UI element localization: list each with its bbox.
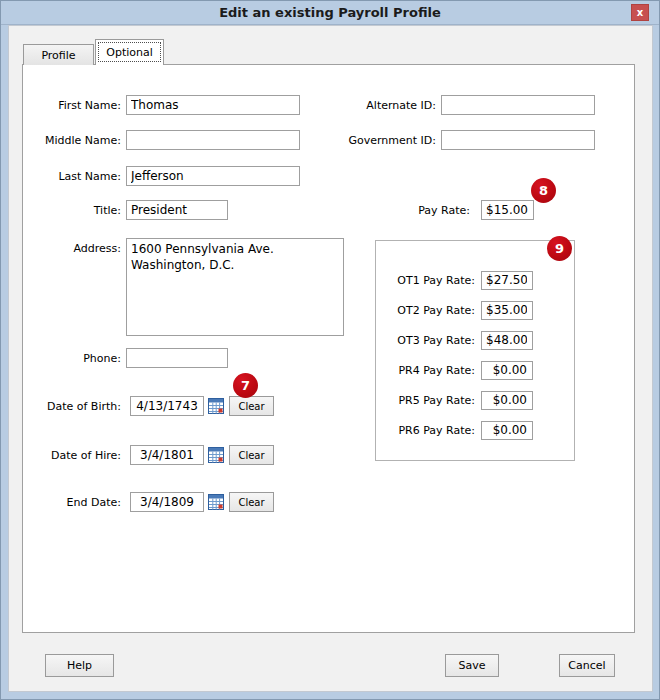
middle-name-label: Middle Name: — [23, 134, 126, 147]
cancel-button[interactable]: Cancel — [559, 654, 615, 677]
pay-rate-row: Pay Rate: — [351, 200, 534, 220]
ot2-pay-rate-row: OT2 Pay Rate: — [353, 300, 533, 320]
optional-tab-panel: First Name: Middle Name: Last Name: Titl… — [22, 64, 635, 633]
alternate-id-input[interactable] — [441, 95, 595, 115]
last-name-row: Last Name: — [23, 166, 300, 186]
ot1-pay-rate-label: OT1 Pay Rate: — [353, 274, 481, 287]
middle-name-input[interactable] — [126, 130, 300, 150]
pr5-pay-rate-label: PR5 Pay Rate: — [353, 394, 481, 407]
pay-rate-input[interactable] — [481, 200, 534, 220]
phone-row: Phone: — [23, 348, 228, 368]
phone-input[interactable] — [126, 348, 228, 368]
ot3-pay-rate-row: OT3 Pay Rate: — [353, 330, 533, 350]
pay-rate-label: Pay Rate: — [351, 204, 481, 217]
ot3-pay-rate-input[interactable] — [481, 331, 533, 350]
middle-name-row: Middle Name: — [23, 130, 300, 150]
last-name-label: Last Name: — [23, 170, 126, 183]
pr4-pay-rate-row: PR4 Pay Rate: — [353, 360, 533, 380]
save-button[interactable]: Save — [445, 654, 499, 677]
date-of-birth-label: Date of Birth: — [23, 400, 126, 413]
annotation-badge-7: 7 — [233, 373, 258, 398]
end-date-label: End Date: — [23, 496, 126, 509]
date-of-hire-row: Date of Hire: Clear — [23, 445, 274, 465]
title-label: Title: — [23, 204, 126, 217]
calendar-icon — [208, 494, 224, 510]
first-name-label: First Name: — [23, 99, 126, 112]
date-of-birth-clear-button[interactable]: Clear — [229, 396, 274, 416]
annotation-badge-8: 8 — [531, 178, 556, 203]
pr6-pay-rate-row: PR6 Pay Rate: — [353, 420, 533, 440]
government-id-label: Government ID: — [291, 134, 441, 147]
pr6-pay-rate-label: PR6 Pay Rate: — [353, 424, 481, 437]
end-date-clear-button[interactable]: Clear — [229, 492, 274, 512]
date-of-hire-calendar-button[interactable] — [208, 447, 224, 463]
title-row: Title: — [23, 200, 228, 220]
government-id-row: Government ID: — [291, 130, 595, 150]
ot3-pay-rate-label: OT3 Pay Rate: — [353, 334, 481, 347]
date-of-birth-calendar-button[interactable] — [208, 398, 224, 414]
end-date-calendar-button[interactable] — [208, 494, 224, 510]
tab-profile-label: Profile — [41, 49, 75, 62]
calendar-icon — [208, 447, 224, 463]
payroll-profile-dialog: Edit an existing Payroll Profile x Profi… — [0, 0, 660, 700]
pr5-pay-rate-row: PR5 Pay Rate: — [353, 390, 533, 410]
dialog-title: Edit an existing Payroll Profile — [1, 1, 659, 25]
government-id-input[interactable] — [441, 130, 595, 150]
end-date-input[interactable] — [130, 492, 204, 512]
calendar-icon — [208, 398, 224, 414]
title-input[interactable] — [126, 200, 228, 220]
address-row: Address: 1600 Pennsylvania Ave. Washingt… — [23, 238, 344, 336]
pr6-pay-rate-input[interactable] — [481, 421, 533, 440]
pr5-pay-rate-input[interactable] — [481, 391, 533, 410]
ot1-pay-rate-input[interactable] — [481, 271, 533, 290]
pr4-pay-rate-label: PR4 Pay Rate: — [353, 364, 481, 377]
tab-profile[interactable]: Profile — [23, 44, 94, 65]
address-label: Address: — [23, 238, 126, 255]
help-button[interactable]: Help — [45, 654, 114, 677]
alternate-id-row: Alternate ID: — [291, 95, 595, 115]
date-of-birth-input[interactable] — [130, 396, 204, 416]
dialog-body: Profile Optional First Name: Middle Name… — [8, 25, 653, 692]
close-icon[interactable]: x — [631, 4, 649, 21]
alternate-id-label: Alternate ID: — [291, 99, 441, 112]
end-date-row: End Date: Clear — [23, 492, 274, 512]
date-of-hire-clear-button[interactable]: Clear — [229, 445, 274, 465]
phone-label: Phone: — [23, 352, 126, 365]
pr4-pay-rate-input[interactable] — [481, 361, 533, 380]
annotation-badge-9: 9 — [547, 236, 572, 261]
date-of-birth-row: Date of Birth: Clear — [23, 396, 274, 416]
first-name-row: First Name: — [23, 95, 300, 115]
first-name-input[interactable] — [126, 95, 300, 115]
ot1-pay-rate-row: OT1 Pay Rate: — [353, 270, 533, 290]
tab-optional[interactable]: Optional — [95, 39, 164, 65]
ot2-pay-rate-label: OT2 Pay Rate: — [353, 304, 481, 317]
titlebar: Edit an existing Payroll Profile x — [1, 1, 659, 25]
last-name-input[interactable] — [126, 166, 300, 186]
ot2-pay-rate-input[interactable] — [481, 301, 533, 320]
tab-optional-label: Optional — [106, 46, 153, 59]
address-input[interactable]: 1600 Pennsylvania Ave. Washington, D.C. — [126, 238, 344, 336]
date-of-hire-input[interactable] — [130, 445, 204, 465]
date-of-hire-label: Date of Hire: — [23, 449, 126, 462]
